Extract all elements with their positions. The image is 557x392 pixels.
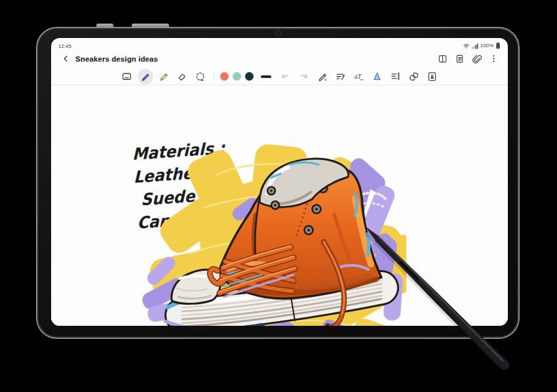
wifi-icon — [463, 43, 470, 49]
convert-to-text-button[interactable]: aT — [351, 69, 367, 85]
attachment-icon — [472, 54, 482, 64]
back-button[interactable] — [60, 53, 71, 65]
straighten-button[interactable] — [333, 69, 349, 85]
tablet-screen: 12:45 100% — [51, 38, 508, 326]
color-swatch-mint[interactable] — [233, 72, 241, 81]
eraser-icon — [176, 71, 187, 82]
highlighter-tool-button[interactable] — [156, 69, 172, 85]
eraser-tool-button[interactable] — [174, 69, 190, 85]
attachment-button[interactable] — [471, 53, 482, 64]
ai-assist-icon — [372, 71, 383, 82]
pen-icon — [140, 71, 151, 82]
highlighter-icon — [158, 71, 169, 82]
stroke-thickness-button[interactable] — [261, 75, 271, 78]
chevron-left-icon — [62, 54, 70, 63]
straighten-icon — [335, 71, 346, 82]
signal-icon — [472, 43, 478, 49]
shapes-icon — [408, 71, 419, 82]
color-swatch-navy[interactable] — [245, 72, 254, 81]
lasso-tool-button[interactable] — [193, 69, 208, 85]
split-view-button[interactable] — [437, 53, 448, 64]
status-bar: 12:45 100% — [51, 38, 508, 49]
title-bar: Sneakers design ideas — [51, 49, 508, 68]
text-box-button[interactable] — [388, 69, 404, 85]
convert-to-text-icon: aT — [353, 71, 364, 82]
smart-pen-button[interactable] — [315, 69, 330, 85]
lasso-icon — [195, 71, 206, 82]
page-overview-button[interactable] — [454, 53, 465, 64]
toolbar-divider — [214, 71, 214, 81]
text-box-icon — [390, 71, 401, 82]
battery-icon — [495, 42, 501, 49]
undo-button[interactable] — [278, 69, 294, 85]
ai-assist-button[interactable] — [370, 69, 385, 85]
page-lock-button[interactable] — [425, 69, 440, 85]
text-mode-icon — [121, 71, 132, 82]
redo-button[interactable] — [296, 69, 312, 85]
page-title: Sneakers design ideas — [75, 55, 158, 63]
shape-recognition-button[interactable] — [406, 69, 422, 85]
drawing-toolbar: aT — [51, 68, 508, 85]
redo-icon — [298, 71, 309, 82]
smart-pen-icon — [317, 71, 328, 82]
sneaker-artwork — [125, 136, 406, 326]
undo-icon — [280, 71, 291, 82]
scene: 12:45 100% — [0, 0, 557, 392]
color-swatch-coral[interactable] — [220, 72, 229, 81]
more-options-button[interactable] — [488, 53, 499, 64]
pen-tool-button[interactable] — [138, 69, 153, 85]
text-mode-button[interactable] — [119, 69, 135, 85]
clock: 12:45 — [58, 43, 71, 49]
battery-percent: 100% — [480, 43, 493, 49]
more-options-icon — [489, 54, 499, 64]
svg-text:aT: aT — [355, 73, 362, 80]
page-lock-icon — [427, 71, 438, 82]
page-overview-icon — [455, 54, 465, 64]
split-view-icon — [438, 54, 448, 64]
note-canvas[interactable]: Materials ; Leather Suede Canvas — [51, 85, 508, 326]
front-camera — [276, 30, 282, 36]
